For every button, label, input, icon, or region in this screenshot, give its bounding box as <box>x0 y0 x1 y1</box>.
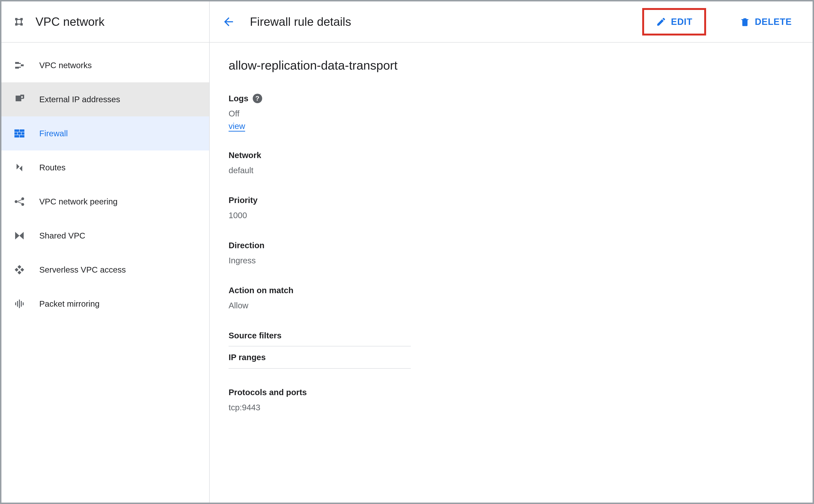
sidebar-item-label: Shared VPC <box>39 231 85 240</box>
sidebar-item-label: VPC networks <box>39 61 92 70</box>
edit-button[interactable]: EDIT <box>649 12 699 31</box>
trash-icon <box>740 17 750 27</box>
routes-icon <box>13 161 26 174</box>
rule-name: allow-replication-data-transport <box>229 58 794 72</box>
external-ip-icon <box>13 93 26 106</box>
delete-button-label: DELETE <box>755 17 792 27</box>
protocols-value: tcp:9443 <box>229 401 794 414</box>
action-label: Action on match <box>229 286 794 295</box>
pencil-icon <box>656 17 666 27</box>
direction-value: Ingress <box>229 254 794 267</box>
field-priority: Priority 1000 <box>229 195 794 222</box>
source-filters-label: Source filters <box>229 331 794 340</box>
sidebar-item-firewall[interactable]: Firewall <box>1 116 209 150</box>
page-title: Firewall rule details <box>250 15 361 29</box>
sidebar-item-serverless[interactable]: Serverless VPC access <box>1 253 209 287</box>
priority-label: Priority <box>229 195 794 205</box>
sidebar-item-shared-vpc[interactable]: Shared VPC <box>1 219 209 253</box>
serverless-icon <box>13 264 26 276</box>
sidebar-item-external-ip[interactable]: External IP addresses <box>1 82 209 116</box>
help-icon[interactable]: ? <box>253 94 262 103</box>
action-value: Allow <box>229 299 794 312</box>
sidebar-list: VPC networks External IP addresses Firew… <box>1 43 209 321</box>
direction-label: Direction <box>229 241 794 250</box>
arrow-left-icon <box>222 15 235 28</box>
peering-icon <box>13 195 26 208</box>
sidebar-header: VPC network <box>1 1 209 43</box>
back-button[interactable] <box>220 13 237 30</box>
logs-view-link[interactable]: view <box>229 121 245 132</box>
logs-value: Off <box>229 107 794 120</box>
edit-button-label: EDIT <box>671 17 693 27</box>
content: allow-replication-data-transport Logs ? … <box>210 43 813 448</box>
field-logs: Logs ? Off view <box>229 94 794 132</box>
field-direction: Direction Ingress <box>229 241 794 267</box>
field-network: Network default <box>229 150 794 177</box>
sidebar-item-vpc-networks[interactable]: VPC networks <box>1 48 209 82</box>
protocols-label: Protocols and ports <box>229 388 794 397</box>
main: Firewall rule details EDIT DELETE allow-… <box>210 1 813 503</box>
sidebar-item-label: Packet mirroring <box>39 299 100 309</box>
sidebar-item-label: Firewall <box>39 129 68 138</box>
ip-ranges-row: IP ranges <box>229 346 411 369</box>
packet-mirroring-icon <box>13 298 26 310</box>
sidebar-item-peering[interactable]: VPC network peering <box>1 185 209 219</box>
sidebar: VPC network VPC networks External IP add… <box>1 1 210 503</box>
product-title: VPC network <box>35 15 105 29</box>
network-label: Network <box>229 150 794 160</box>
toolbar: Firewall rule details EDIT DELETE <box>210 1 813 43</box>
logs-label: Logs <box>229 94 248 103</box>
sidebar-item-label: Serverless VPC access <box>39 265 126 274</box>
sidebar-item-label: Routes <box>39 163 66 172</box>
shared-vpc-icon <box>13 230 26 242</box>
firewall-icon <box>13 127 26 140</box>
svg-point-0 <box>15 200 18 203</box>
network-icon <box>13 59 26 71</box>
edit-highlight: EDIT <box>642 8 706 35</box>
field-action: Action on match Allow <box>229 286 794 312</box>
vpc-product-icon <box>13 16 25 28</box>
sidebar-item-label: VPC network peering <box>39 197 118 206</box>
sidebar-item-routes[interactable]: Routes <box>1 150 209 185</box>
sidebar-item-label: External IP addresses <box>39 95 120 104</box>
priority-value: 1000 <box>229 209 794 222</box>
field-protocols: Protocols and ports tcp:9443 <box>229 388 794 414</box>
sidebar-item-packet-mirroring[interactable]: Packet mirroring <box>1 287 209 321</box>
field-source-filters: Source filters IP ranges <box>229 331 794 369</box>
delete-button[interactable]: DELETE <box>733 12 798 31</box>
network-value: default <box>229 164 794 177</box>
